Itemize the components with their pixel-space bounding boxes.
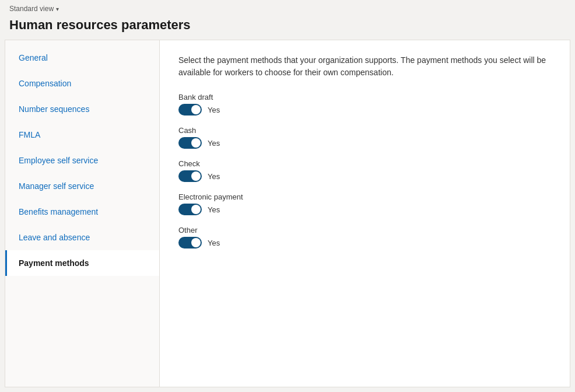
standard-view-dropdown[interactable]: Standard view ▾ (9, 5, 566, 13)
page-wrapper: Standard view ▾ Human resources paramete… (0, 0, 575, 392)
sidebar-item-compensation[interactable]: Compensation (5, 71, 159, 96)
toggle-value-other: Yes (208, 239, 220, 247)
payment-method-bank-draft: Bank draftYes (178, 93, 551, 116)
sidebar-item-employee-self-service[interactable]: Employee self service (5, 148, 159, 173)
sidebar-item-general[interactable]: General (5, 45, 159, 71)
toggle-electronic-payment[interactable] (178, 204, 202, 215)
payment-method-other: OtherYes (178, 226, 551, 249)
payment-method-cash: CashYes (178, 126, 551, 149)
payment-method-label-cash: Cash (178, 126, 551, 135)
sidebar-item-manager-self-service[interactable]: Manager self service (5, 173, 159, 199)
toggle-thumb-check (191, 172, 201, 181)
sidebar-item-fmla[interactable]: FMLA (5, 122, 159, 148)
description-text: Select the payment methods that your org… (178, 54, 551, 79)
chevron-down-icon: ▾ (56, 6, 59, 12)
sidebar-item-leave-and-absence[interactable]: Leave and absence (5, 225, 159, 250)
standard-view-label: Standard view (9, 5, 54, 13)
toggle-other[interactable] (178, 237, 202, 249)
toggle-value-check: Yes (208, 172, 220, 181)
payment-methods-list: Bank draftYesCashYesCheckYesElectronic p… (178, 93, 551, 249)
toggle-bank-draft[interactable] (178, 104, 202, 116)
toggle-cash[interactable] (178, 137, 202, 149)
sidebar: GeneralCompensationNumber sequencesFMLAE… (5, 40, 160, 387)
toggle-track-check (178, 170, 202, 182)
content-area: GeneralCompensationNumber sequencesFMLAE… (5, 40, 570, 387)
toggle-row-cash: Yes (178, 137, 551, 149)
toggle-value-electronic-payment: Yes (208, 205, 220, 214)
toggle-track-cash (178, 137, 202, 149)
payment-method-check: CheckYes (178, 159, 551, 182)
toggle-row-other: Yes (178, 237, 551, 249)
main-content: Select the payment methods that your org… (160, 40, 570, 387)
toggle-thumb-bank-draft (191, 105, 201, 114)
sidebar-item-number-sequences[interactable]: Number sequences (5, 96, 159, 122)
toggle-thumb-electronic-payment (191, 205, 201, 214)
toggle-track-electronic-payment (178, 204, 202, 215)
toggle-row-bank-draft: Yes (178, 104, 551, 116)
toggle-value-cash: Yes (208, 139, 220, 148)
toggle-check[interactable] (178, 170, 202, 182)
top-bar: Standard view ▾ (0, 0, 575, 15)
payment-method-label-electronic-payment: Electronic payment (178, 192, 551, 201)
sidebar-item-benefits-management[interactable]: Benefits management (5, 199, 159, 225)
toggle-value-bank-draft: Yes (208, 106, 220, 114)
payment-method-label-other: Other (178, 226, 551, 235)
toggle-row-electronic-payment: Yes (178, 204, 551, 215)
toggle-thumb-other (191, 238, 201, 247)
payment-method-label-bank-draft: Bank draft (178, 93, 551, 102)
sidebar-item-payment-methods[interactable]: Payment methods (5, 250, 159, 276)
toggle-track-other (178, 237, 202, 249)
toggle-row-check: Yes (178, 170, 551, 182)
payment-method-electronic-payment: Electronic paymentYes (178, 192, 551, 215)
toggle-thumb-cash (191, 138, 201, 148)
payment-method-label-check: Check (178, 159, 551, 168)
toggle-track-bank-draft (178, 104, 202, 116)
page-title: Human resources parameters (0, 15, 575, 40)
